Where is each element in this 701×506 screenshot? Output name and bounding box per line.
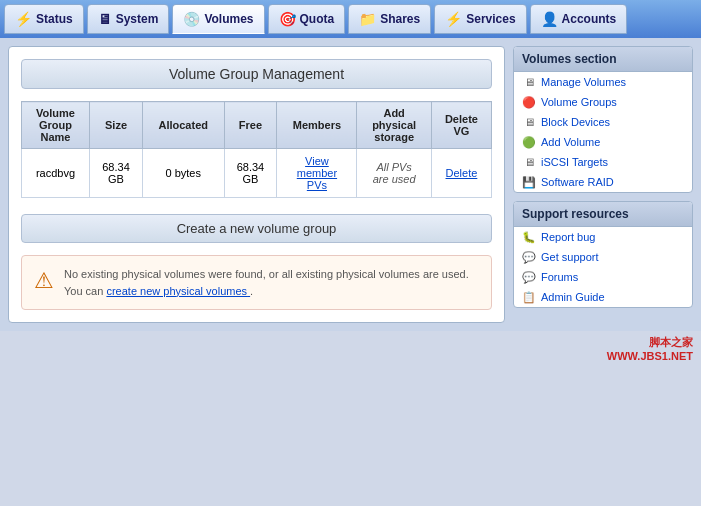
main-container: Volume Group Management VolumeGroupName … xyxy=(0,38,701,331)
col-add-physical: Addphysicalstorage xyxy=(357,102,431,149)
sidebar: Volumes section 🖥 Manage Volumes 🔴 Volum… xyxy=(513,46,693,323)
shares-icon: 📁 xyxy=(359,11,376,27)
get-support-link[interactable]: Get support xyxy=(541,251,598,263)
forums-icon: 💬 xyxy=(522,270,536,284)
accounts-icon: 👤 xyxy=(541,11,558,27)
volume-groups-link[interactable]: Volume Groups xyxy=(541,96,617,108)
volumes-icon: 💿 xyxy=(183,11,200,27)
support-section: Support resources 🐛 Report bug 💬 Get sup… xyxy=(513,201,693,308)
volume-groups-icon: 🔴 xyxy=(522,95,536,109)
status-icon: ⚡ xyxy=(15,11,32,27)
volumes-section: Volumes section 🖥 Manage Volumes 🔴 Volum… xyxy=(513,46,693,193)
col-members: Members xyxy=(277,102,357,149)
watermark-line1: 脚本之家 xyxy=(8,335,693,350)
sidebar-item-volume-groups[interactable]: 🔴 Volume Groups xyxy=(514,92,692,112)
create-vg-title: Create a new volume group xyxy=(21,214,492,243)
sidebar-item-get-support[interactable]: 💬 Get support xyxy=(514,247,692,267)
create-physical-volumes-link[interactable]: create new physical volumes xyxy=(106,285,250,297)
manage-volumes-icon: 🖥 xyxy=(522,75,536,89)
tab-status[interactable]: ⚡ Status xyxy=(4,4,84,34)
vg-management-title: Volume Group Management xyxy=(21,59,492,89)
tab-shares[interactable]: 📁 Shares xyxy=(348,4,431,34)
report-bug-link[interactable]: Report bug xyxy=(541,231,595,243)
forums-link[interactable]: Forums xyxy=(541,271,578,283)
report-bug-icon: 🐛 xyxy=(522,230,536,244)
watermark-line2: WWW.JBS1.NET xyxy=(8,350,693,362)
admin-guide-link[interactable]: Admin Guide xyxy=(541,291,605,303)
get-support-icon: 💬 xyxy=(522,250,536,264)
vg-allocated: 0 bytes xyxy=(142,149,224,198)
tab-quota-label: Quota xyxy=(300,12,335,26)
tab-status-label: Status xyxy=(36,12,73,26)
vg-add-physical: All PVsare used xyxy=(357,149,431,198)
navbar: ⚡ Status 🖥 System 💿 Volumes 🎯 Quota 📁 Sh… xyxy=(0,0,701,38)
volumes-section-title: Volumes section xyxy=(514,47,692,72)
block-devices-link[interactable]: Block Devices xyxy=(541,116,610,128)
vg-size: 68.34GB xyxy=(90,149,143,198)
tab-accounts-label: Accounts xyxy=(562,12,617,26)
sidebar-item-block-devices[interactable]: 🖥 Block Devices xyxy=(514,112,692,132)
sidebar-item-admin-guide[interactable]: 📋 Admin Guide xyxy=(514,287,692,307)
vg-delete[interactable]: Delete xyxy=(431,149,491,198)
tab-volumes[interactable]: 💿 Volumes xyxy=(172,4,264,34)
tab-volumes-label: Volumes xyxy=(204,12,253,26)
add-volume-link[interactable]: Add Volume xyxy=(541,136,600,148)
add-volume-icon: 🟢 xyxy=(522,135,536,149)
col-free: Free xyxy=(224,102,277,149)
tab-system-label: System xyxy=(116,12,159,26)
tab-accounts[interactable]: 👤 Accounts xyxy=(530,4,628,34)
tab-services[interactable]: ⚡ Services xyxy=(434,4,526,34)
iscsi-targets-link[interactable]: iSCSI Targets xyxy=(541,156,608,168)
sidebar-item-software-raid[interactable]: 💾 Software RAID xyxy=(514,172,692,192)
quota-icon: 🎯 xyxy=(279,11,296,27)
system-icon: 🖥 xyxy=(98,11,112,27)
sidebar-item-manage-volumes[interactable]: 🖥 Manage Volumes xyxy=(514,72,692,92)
software-raid-link[interactable]: Software RAID xyxy=(541,176,614,188)
watermark: 脚本之家 WWW.JBS1.NET xyxy=(0,331,701,366)
block-devices-icon: 🖥 xyxy=(522,115,536,129)
warning-box: ⚠ No existing physical volumes were foun… xyxy=(21,255,492,310)
vg-members[interactable]: ViewmemberPVs xyxy=(277,149,357,198)
tab-services-label: Services xyxy=(466,12,515,26)
tab-shares-label: Shares xyxy=(380,12,420,26)
warning-text: No existing physical volumes were found,… xyxy=(64,266,479,299)
tab-system[interactable]: 🖥 System xyxy=(87,4,170,34)
col-name: VolumeGroupName xyxy=(22,102,90,149)
table-row: racdbvg 68.34GB 0 bytes 68.34GB Viewmemb… xyxy=(22,149,492,198)
sidebar-item-iscsi-targets[interactable]: 🖥 iSCSI Targets xyxy=(514,152,692,172)
col-allocated: Allocated xyxy=(142,102,224,149)
software-raid-icon: 💾 xyxy=(522,175,536,189)
iscsi-targets-icon: 🖥 xyxy=(522,155,536,169)
manage-volumes-link[interactable]: Manage Volumes xyxy=(541,76,626,88)
warning-icon: ⚠ xyxy=(34,268,54,294)
col-delete: DeleteVG xyxy=(431,102,491,149)
view-members-link[interactable]: ViewmemberPVs xyxy=(297,155,337,191)
sidebar-item-add-volume[interactable]: 🟢 Add Volume xyxy=(514,132,692,152)
delete-link[interactable]: Delete xyxy=(446,167,478,179)
col-size: Size xyxy=(90,102,143,149)
sidebar-item-forums[interactable]: 💬 Forums xyxy=(514,267,692,287)
services-icon: ⚡ xyxy=(445,11,462,27)
content-area: Volume Group Management VolumeGroupName … xyxy=(8,46,505,323)
vg-name: racdbvg xyxy=(22,149,90,198)
tab-quota[interactable]: 🎯 Quota xyxy=(268,4,346,34)
admin-guide-icon: 📋 xyxy=(522,290,536,304)
vg-free: 68.34GB xyxy=(224,149,277,198)
vg-table: VolumeGroupName Size Allocated Free Memb… xyxy=(21,101,492,198)
sidebar-item-report-bug[interactable]: 🐛 Report bug xyxy=(514,227,692,247)
support-section-title: Support resources xyxy=(514,202,692,227)
